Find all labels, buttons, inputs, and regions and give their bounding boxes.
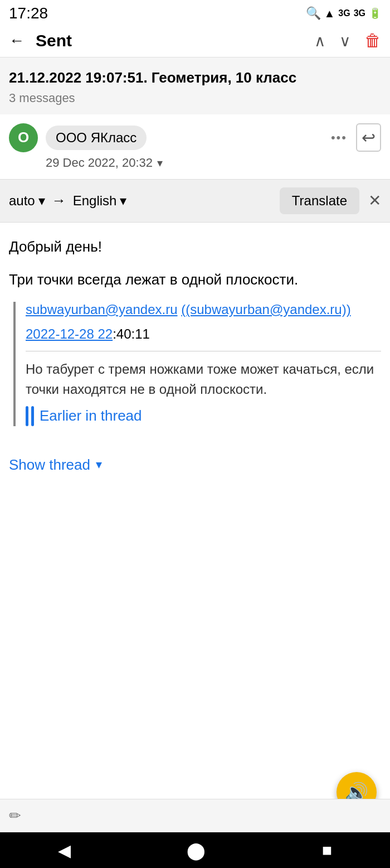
status-time: 17:28 <box>9 4 48 22</box>
target-lang-chevron: ▾ <box>120 193 126 209</box>
quoted-block: subwayurban@yandex.ru ((subwayurban@yand… <box>13 302 381 426</box>
top-bar-right: ∧ ∨ 🗑 <box>314 31 381 50</box>
sender-left: O ООО ЯКласс <box>9 123 147 152</box>
body-paragraph-1: Добрый день! <box>9 236 381 258</box>
date-details-chevron[interactable]: ▾ <box>157 156 163 170</box>
target-lang-label: English <box>73 193 117 209</box>
translate-left: auto ▾ → English ▾ <box>9 192 126 209</box>
wifi-icon: ▲ <box>324 7 335 20</box>
email-actions: ••• ↩ <box>331 123 381 152</box>
show-thread-chevron: ▾ <box>96 457 102 472</box>
quoted-text: Но табурет с тремя ножками тоже может ка… <box>26 359 381 399</box>
translate-close-button[interactable]: ✕ <box>368 191 381 210</box>
avatar: O <box>9 123 38 152</box>
email-card: O ООО ЯКласс ••• ↩ 29 Dec 2022, 20:32 ▾ <box>0 114 390 179</box>
target-lang-select[interactable]: English ▾ <box>73 193 127 209</box>
earlier-in-thread-label: Earlier in thread <box>40 407 142 425</box>
home-nav-button[interactable]: ⬤ <box>187 841 206 860</box>
recent-nav-button[interactable]: ■ <box>322 841 332 860</box>
signal-3g-2-icon: 3G <box>354 8 365 18</box>
translate-bar: auto ▾ → English ▾ Translate ✕ <box>0 179 390 223</box>
back-button[interactable]: ← <box>9 32 25 50</box>
compose-bar[interactable]: ✏ <box>0 799 390 832</box>
status-bar: 17:28 🔍 ▲ 3G 3G 🔋 <box>0 0 390 25</box>
android-nav-bar: ◀ ⬤ ■ <box>0 832 390 868</box>
navigate-up-button[interactable]: ∧ <box>314 32 326 50</box>
page-title: Sent <box>36 31 72 50</box>
quoted-date: 2022-12-28 22:40:11 <box>26 326 381 342</box>
delete-button[interactable]: 🗑 <box>364 31 381 50</box>
battery-icon: 🔋 <box>369 7 381 20</box>
email-date-row: 29 Dec 2022, 20:32 ▾ <box>46 156 381 170</box>
thread-header: 21.12.2022 19:07:51. Геометрия, 10 класс… <box>0 57 390 114</box>
source-lang-chevron: ▾ <box>38 193 45 209</box>
email-sender-row: O ООО ЯКласс ••• ↩ <box>9 123 381 152</box>
quoted-email-link[interactable]: subwayurban@yandex.ru <box>26 302 178 317</box>
thread-subject: 21.12.2022 19:07:51. Геометрия, 10 класс <box>9 69 381 88</box>
translate-button[interactable]: Translate <box>280 187 359 214</box>
show-thread-label: Show thread <box>9 456 90 474</box>
show-thread-button[interactable]: Show thread ▾ <box>0 446 390 483</box>
translate-arrow-icon: → <box>52 192 66 209</box>
more-options-button[interactable]: ••• <box>331 131 347 145</box>
quoted-date-link[interactable]: 2022-12-28 22 <box>26 326 113 341</box>
quoted-divider <box>26 351 381 351</box>
status-icons: 🔍 ▲ 3G 3G 🔋 <box>306 6 381 21</box>
reply-button[interactable]: ↩ <box>356 123 381 152</box>
compose-pencil-icon: ✏ <box>9 807 21 824</box>
search-status-icon: 🔍 <box>306 6 321 21</box>
earlier-in-thread-button[interactable]: Earlier in thread <box>26 399 381 426</box>
translate-actions: Translate ✕ <box>280 187 381 214</box>
top-bar: ← Sent ∧ ∨ 🗑 <box>0 25 390 57</box>
quoted-date-rest: :40:11 <box>113 326 150 341</box>
email-body: Добрый день! Три точки всегда лежат в од… <box>0 223 390 446</box>
thread-line-2 <box>31 406 34 426</box>
top-bar-left: ← Sent <box>9 31 72 50</box>
thread-lines-icon <box>26 406 34 426</box>
back-nav-button[interactable]: ◀ <box>58 841 71 860</box>
quoted-meta: subwayurban@yandex.ru ((subwayurban@yand… <box>26 302 381 317</box>
source-lang-label: auto <box>9 193 35 209</box>
thread-line-1 <box>26 406 28 426</box>
navigate-down-button[interactable]: ∨ <box>339 32 351 50</box>
thread-message-count: 3 messages <box>9 91 381 105</box>
email-date: 29 Dec 2022, 20:32 <box>46 156 153 170</box>
source-lang-select[interactable]: auto ▾ <box>9 193 45 209</box>
sender-name: ООО ЯКласс <box>46 126 147 150</box>
body-paragraph-2: Три точки всегда лежат в одной плоскости… <box>9 269 381 291</box>
quoted-email-parens-link[interactable]: ((subwayurban@yandex.ru)) <box>181 302 351 317</box>
signal-3g-icon: 3G <box>338 8 350 18</box>
